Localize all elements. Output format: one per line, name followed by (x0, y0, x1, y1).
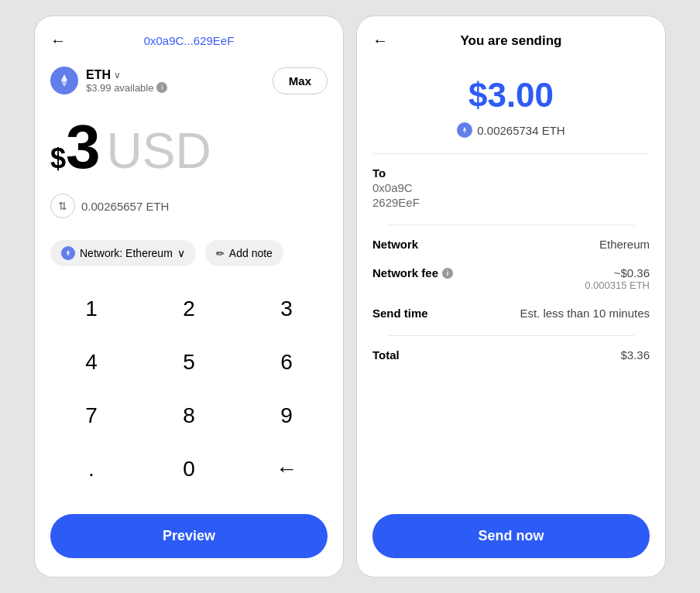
amount-display: $ 3 USD (35, 104, 343, 187)
numpad-key-backspace[interactable]: ← (238, 442, 335, 495)
options-row: Network: Ethereum ∨ ✏ Add note (35, 231, 343, 276)
sending-amount-section: $3.00 0.00265734 ETH (357, 57, 665, 153)
numpad-key-6[interactable]: 6 (238, 335, 335, 389)
numpad-key-5[interactable]: 5 (140, 335, 238, 389)
network-label: Network (372, 238, 418, 251)
numpad: 1 2 3 4 5 6 7 8 9 . 0 ← (35, 276, 343, 502)
token-balance: $3.99 available i (86, 82, 167, 94)
total-row: Total $3.36 (372, 348, 650, 362)
token-name: ETH (86, 68, 111, 82)
fee-usd: ~$0.36 (585, 266, 650, 279)
token-row: ETH ∨ $3.99 available i Max (35, 57, 343, 104)
pencil-icon: ✏ (216, 248, 225, 259)
to-address-line2: 2629EeF (372, 196, 650, 209)
network-row: Network Ethereum (372, 238, 650, 251)
fee-row: Network fee i ~$0.36 0.000315 ETH (372, 266, 650, 291)
send-time-row: Send time Est. less than 10 minutes (372, 307, 650, 320)
max-button[interactable]: Max (273, 67, 328, 94)
svg-marker-4 (463, 127, 466, 131)
amount-currency: USD (107, 122, 211, 180)
send-btn-container: Send now (357, 502, 665, 577)
numpad-key-4[interactable]: 4 (43, 335, 140, 389)
right-back-button[interactable]: ← (372, 32, 388, 50)
fee-info-icon[interactable]: i (442, 268, 453, 279)
numpad-key-3[interactable]: 3 (238, 282, 335, 335)
numpad-key-1[interactable]: 1 (43, 282, 140, 335)
token-name-row[interactable]: ETH ∨ (86, 68, 167, 82)
dollar-sign: $ (50, 142, 66, 175)
numpad-key-8[interactable]: 8 (140, 389, 238, 442)
amount-number: 3 (66, 116, 101, 178)
right-screen: ← You are sending $3.00 0.00265734 ETH T… (356, 15, 666, 578)
token-details: ETH ∨ $3.99 available i (86, 68, 167, 94)
total-label: Total (372, 348, 400, 362)
left-screen: ← 0x0a9C...629EeF ETH ∨ $3.99 av (34, 15, 344, 578)
send-now-button[interactable]: Send now (372, 514, 650, 558)
send-time-label: Send time (372, 307, 428, 320)
network-label: Network: Ethereum (80, 247, 173, 259)
sending-usd: $3.00 (372, 76, 650, 115)
svg-marker-2 (67, 250, 70, 254)
numpad-key-9[interactable]: 9 (238, 389, 335, 442)
details-section: To 0x0a9C 2629EeF Network Ethereum Netwo… (357, 154, 665, 502)
fee-label: Network fee i (372, 266, 453, 279)
numpad-key-dot[interactable]: . (43, 442, 140, 495)
send-time-value: Est. less than 10 minutes (520, 307, 650, 320)
eth-equivalent: ⇅ 0.00265657 ETH (35, 187, 343, 231)
network-chevron-icon: ∨ (177, 247, 185, 259)
preview-button[interactable]: Preview (50, 514, 328, 558)
numpad-key-7[interactable]: 7 (43, 389, 140, 442)
right-header: ← You are sending (357, 16, 665, 57)
numpad-key-2[interactable]: 2 (140, 282, 238, 335)
screens-container: ← 0x0a9C...629EeF ETH ∨ $3.99 av (19, 0, 681, 593)
sending-eth-row: 0.00265734 ETH (372, 122, 650, 138)
eth-amount-text: 0.00265657 ETH (81, 200, 169, 213)
wallet-address[interactable]: 0x0a9C...629EeF (144, 34, 235, 47)
to-label: To (372, 166, 650, 180)
preview-btn-container: Preview (35, 502, 343, 577)
numpad-key-0[interactable]: 0 (140, 442, 238, 495)
add-note-label: Add note (229, 247, 273, 259)
token-info: ETH ∨ $3.99 available i (50, 67, 167, 94)
network-eth-icon (61, 246, 75, 260)
fee-eth: 0.000315 ETH (585, 279, 650, 291)
swap-icon[interactable]: ⇅ (50, 194, 75, 218)
balance-info-icon[interactable]: i (156, 82, 167, 93)
eth-icon (50, 67, 78, 94)
left-header: ← 0x0a9C...629EeF (35, 16, 343, 57)
right-title: You are sending (461, 33, 562, 49)
to-row: To 0x0a9C 2629EeF (372, 166, 650, 209)
add-note-button[interactable]: ✏ Add note (205, 240, 283, 266)
sending-eth-icon (457, 122, 472, 138)
svg-marker-0 (61, 74, 67, 83)
total-value: $3.36 (620, 348, 650, 362)
to-address-line1: 0x0a9C (372, 181, 650, 194)
left-back-button[interactable]: ← (50, 32, 66, 50)
fee-values: ~$0.36 0.000315 ETH (585, 266, 650, 291)
network-value: Ethereum (599, 238, 650, 251)
token-chevron-icon: ∨ (114, 70, 121, 81)
network-button[interactable]: Network: Ethereum ∨ (50, 240, 196, 266)
sending-eth-amount: 0.00265734 ETH (477, 124, 564, 137)
